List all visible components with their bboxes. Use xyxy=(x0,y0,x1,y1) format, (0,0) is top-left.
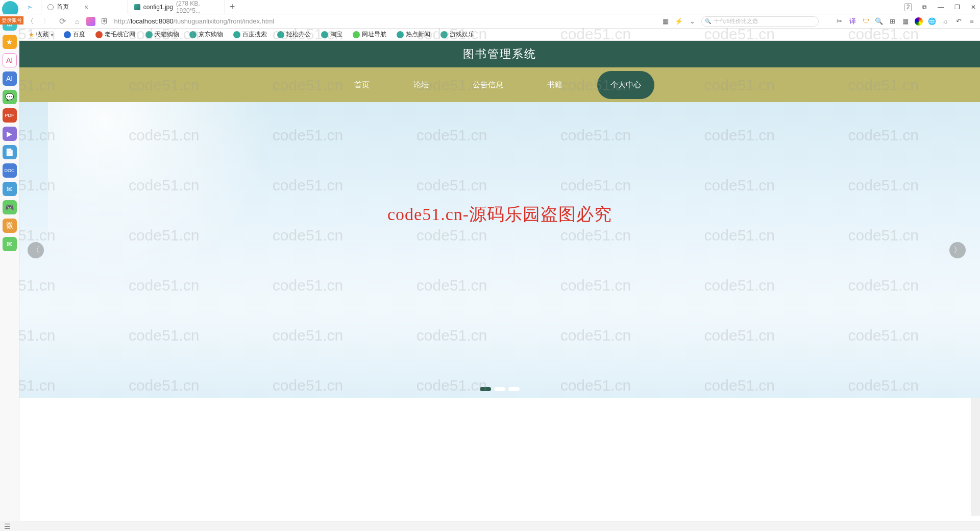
bookmark-taobao[interactable]: 淘宝 xyxy=(317,30,347,39)
carousel: code51.cn-源码乐园盗图必究 〈 〉 xyxy=(19,102,980,398)
carousel-dot-1[interactable] xyxy=(480,387,491,391)
browser-sidebar: ⊞ ★ AI AI 💬 PDF ▶ 📄 DOC ✉ 🎮 微 ✉ + xyxy=(0,14,19,531)
scissors-icon[interactable]: ✂ xyxy=(835,17,843,26)
back-button[interactable]: 〈 xyxy=(24,17,36,26)
pip-icon[interactable]: ⧉ xyxy=(921,4,928,11)
sidebar-pdf[interactable]: PDF xyxy=(3,108,17,123)
bookmark-news[interactable]: 热点新闻 xyxy=(393,30,434,39)
globe-icon xyxy=(47,4,54,10)
app-title: 图书管理系统 xyxy=(463,46,536,62)
bookmark-icon xyxy=(277,31,284,38)
main-nav: 首页 论坛 公告信息 书籍 个人中心 xyxy=(19,67,980,102)
qr-icon[interactable]: ▦ xyxy=(662,17,670,26)
sidebar-chat[interactable]: 💬 xyxy=(3,90,17,104)
bookmark-icon xyxy=(64,31,71,38)
compass-tab[interactable]: ➣ xyxy=(23,0,41,14)
bookmark-nav[interactable]: 网址导航 xyxy=(349,30,390,39)
hero-watermark-text: code51.cn-源码乐园盗图必究 xyxy=(387,203,612,226)
bookmark-baidusearch[interactable]: 百度搜索 xyxy=(229,30,271,39)
carousel-dots xyxy=(480,387,520,391)
bookmark-office[interactable]: 轻松办公 xyxy=(273,30,315,39)
bookmark-icon xyxy=(353,31,360,38)
new-tab-button[interactable]: + xyxy=(225,2,239,12)
carousel-dot-2[interactable] xyxy=(494,387,505,391)
menu-icon[interactable]: ≡ xyxy=(968,17,976,26)
carousel-next-button[interactable]: 〉 xyxy=(949,242,966,258)
tab-title: 首页 xyxy=(57,3,69,11)
translate-icon[interactable]: 译 xyxy=(848,17,856,26)
sidebar-grid[interactable]: 🎮 xyxy=(3,200,17,214)
nav-home[interactable]: 首页 xyxy=(345,76,379,94)
sidebar-doc2[interactable]: DOC xyxy=(3,163,17,178)
sidebar-msg[interactable]: ✉ xyxy=(3,182,17,196)
bookmark-tmall[interactable]: 天猫购物 xyxy=(141,30,183,39)
favorites-button[interactable]: ★收藏▾ xyxy=(24,30,58,39)
forward-button[interactable]: 〉 xyxy=(41,17,52,26)
star-icon: ★ xyxy=(29,31,34,38)
brightness-icon[interactable]: ☼ xyxy=(941,17,949,26)
bookmark-games[interactable]: 游戏娱乐 xyxy=(436,30,478,39)
tab-meta: (278 KB, 1920*5... xyxy=(176,0,218,14)
undo-icon[interactable]: ↶ xyxy=(954,17,963,26)
sidebar-mail[interactable]: ✉ xyxy=(3,237,17,251)
close-button[interactable]: ✕ xyxy=(970,4,977,11)
list-icon[interactable]: ☰ xyxy=(4,522,11,530)
badge-count[interactable]: 2 xyxy=(904,3,912,11)
globe-icon[interactable]: 🌐 xyxy=(928,17,936,26)
nav-profile[interactable]: 个人中心 xyxy=(597,71,654,99)
sidebar-ai2[interactable]: AI xyxy=(3,71,17,86)
tab-title: config1.jpg xyxy=(143,4,173,11)
bookmark-icon xyxy=(233,31,240,38)
close-icon[interactable]: × xyxy=(84,3,88,11)
bookmarks-bar: ★收藏▾ 百度 老毛桃官网 天猫购物 京东购物 百度搜索 轻松办公 淘宝 网址导… xyxy=(0,29,980,41)
sidebar-ai[interactable]: AI xyxy=(3,53,17,67)
login-badge[interactable]: 登录账号 xyxy=(0,16,23,25)
ai-icon[interactable] xyxy=(86,17,95,26)
window-controls: 2 ⧉ — ❐ ✕ xyxy=(904,3,977,11)
home-button[interactable]: ⌂ xyxy=(73,17,81,26)
tab-home[interactable]: 首页 × xyxy=(41,0,128,14)
maximize-button[interactable]: ❐ xyxy=(953,4,961,11)
minimize-button[interactable]: — xyxy=(937,4,944,11)
nav-books[interactable]: 书籍 xyxy=(538,76,572,94)
bookmark-icon xyxy=(189,31,197,38)
sidebar-doc[interactable]: 📄 xyxy=(3,145,17,159)
app-title-bar: 图书管理系统 xyxy=(19,41,980,67)
bookmark-baidu[interactable]: 百度 xyxy=(60,30,89,39)
url-field[interactable]: http://localhost:8080/tushuguanlixitong/… xyxy=(114,17,461,25)
theme-icon[interactable] xyxy=(915,17,923,26)
zoom-icon[interactable]: 🔍 xyxy=(875,17,883,26)
tab-strip: ➣ 首页 × config1.jpg (278 KB, 1920*5... + … xyxy=(0,0,980,14)
extensions-icon[interactable]: ⊞ xyxy=(888,17,896,26)
bolt-icon[interactable]: ⚡ xyxy=(675,17,683,26)
security-icon[interactable]: 🛡 xyxy=(862,17,870,26)
chevron-down-icon[interactable]: ⌄ xyxy=(688,17,696,26)
bookmark-icon xyxy=(397,31,404,38)
page-content: 图书管理系统 首页 论坛 公告信息 书籍 个人中心 code51.cn-源码乐园… xyxy=(19,41,980,531)
bookmark-icon xyxy=(95,31,103,38)
reload-button[interactable]: ⟳ xyxy=(57,16,68,26)
tab-config[interactable]: config1.jpg (278 KB, 1920*5... xyxy=(128,0,225,14)
compass-icon: ➣ xyxy=(27,4,32,11)
carousel-dot-3[interactable] xyxy=(508,387,520,391)
status-bar: ☰ xyxy=(0,521,980,531)
carousel-prev-button[interactable]: 〈 xyxy=(28,242,44,258)
sidebar-weibo[interactable]: 微 xyxy=(3,219,17,233)
sidebar-star[interactable]: ★ xyxy=(3,35,17,49)
bookmark-icon xyxy=(440,31,448,38)
image-icon xyxy=(134,4,140,10)
bookmark-icon xyxy=(145,31,153,38)
nav-forum[interactable]: 论坛 xyxy=(404,76,438,94)
apps-icon[interactable]: ▦ xyxy=(901,17,910,26)
bookmark-jd[interactable]: 京东购物 xyxy=(185,30,227,39)
search-input[interactable]: 十代i5性价比之选 xyxy=(701,16,819,27)
address-bar-row: 〈 〉 ⟳ ⌂ ⛨ http://localhost:8080/tushugua… xyxy=(0,14,980,29)
nav-notice[interactable]: 公告信息 xyxy=(463,76,512,94)
shield-icon[interactable]: ⛨ xyxy=(101,17,109,26)
sidebar-video[interactable]: ▶ xyxy=(3,127,17,141)
bookmark-laomaotao[interactable]: 老毛桃官网 xyxy=(91,30,139,39)
bookmark-icon xyxy=(321,31,328,38)
